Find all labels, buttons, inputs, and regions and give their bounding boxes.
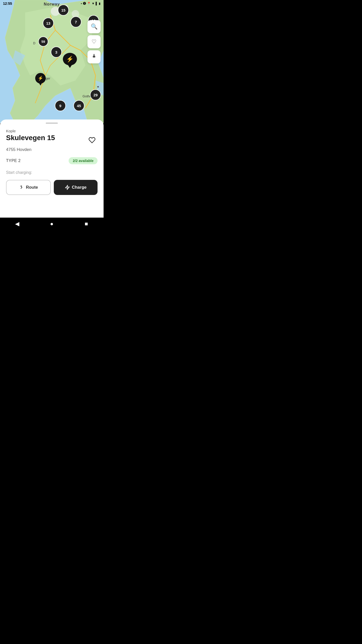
location-icon: 📍 <box>87 2 91 5</box>
favorites-button[interactable]: ♡ <box>87 35 101 48</box>
favorite-button[interactable] <box>86 135 98 146</box>
action-buttons: Route Charge <box>6 180 98 195</box>
svg-point-5 <box>94 56 95 57</box>
connector-type-label: TYPE 2 <box>6 158 21 163</box>
lightning-icon: ⚡ <box>66 56 74 62</box>
map-action-buttons: 🔍 ♡ <box>87 20 101 63</box>
map-d-label: D <box>33 42 35 45</box>
status-time: 12:55 <box>3 2 12 6</box>
map-view[interactable]: Norway Gothenburg Stavanger D 15 13 7 16… <box>0 0 104 123</box>
lightning-icon: ⚡ <box>38 75 43 81</box>
route-button-label: Route <box>26 185 38 190</box>
station-name-row: Skulevegen 15 <box>6 134 98 146</box>
cluster-marker[interactable]: 9 <box>55 100 66 111</box>
cluster-marker[interactable]: 59 <box>38 36 48 47</box>
search-button[interactable]: 🔍 <box>87 20 101 33</box>
cluster-marker[interactable]: 3 <box>51 47 62 58</box>
navigation-bar: ◀ ● ■ <box>0 218 104 230</box>
start-charging-label: Start charging: <box>6 170 98 175</box>
status-icons: ▪ 🅢 📍 ▼ ▌ ▮ <box>81 2 101 5</box>
cluster-marker[interactable]: 29 <box>90 89 101 100</box>
recents-button[interactable]: ■ <box>80 218 93 230</box>
route-button[interactable]: Route <box>6 180 51 195</box>
home-button[interactable]: ● <box>46 218 58 230</box>
back-button[interactable]: ◀ <box>11 218 24 230</box>
station-name: Skulevegen 15 <box>6 134 55 142</box>
charge-button[interactable]: Charge <box>54 180 98 195</box>
sd-card-icon: ▪ <box>81 2 82 5</box>
cluster-marker[interactable]: 7 <box>70 16 81 27</box>
drag-handle[interactable] <box>46 123 58 124</box>
svg-point-4 <box>97 86 99 88</box>
charge-button-label: Charge <box>72 185 87 190</box>
wifi-icon: ▼ <box>92 2 95 5</box>
svg-marker-6 <box>65 185 69 190</box>
battery-icon: ▮ <box>99 2 101 5</box>
station-address: 4755 Hovden <box>6 147 98 152</box>
selected-charging-pin[interactable]: ⚡ <box>63 53 76 68</box>
cluster-marker[interactable]: 13 <box>43 18 54 29</box>
bottom-sheet: Kople Skulevegen 15 4755 Hovden TYPE 2 2… <box>0 119 104 218</box>
locate-button[interactable] <box>87 50 101 63</box>
status-bar: 12:55 ▪ 🅢 📍 ▼ ▌ ▮ <box>0 0 104 7</box>
cluster-marker[interactable]: 45 <box>73 100 84 111</box>
signal-icon: ▌ <box>96 2 98 5</box>
sim-icon: 🅢 <box>83 2 86 5</box>
availability-badge: 2/2 available <box>69 157 98 164</box>
charging-pin[interactable]: ⚡ <box>35 73 46 86</box>
connector-info-row: TYPE 2 2/2 available <box>6 157 98 164</box>
provider-name: Kople <box>6 129 98 133</box>
